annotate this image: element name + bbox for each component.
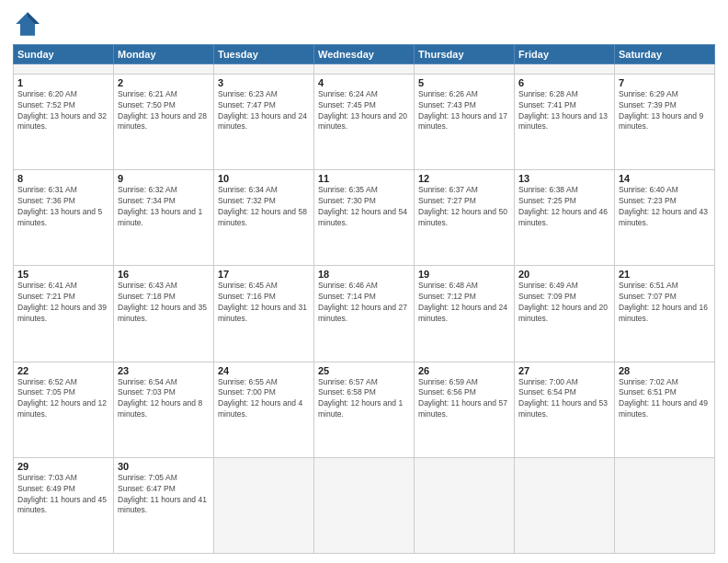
day-number: 6 [518, 77, 610, 88]
calendar-cell: 18Sunrise: 6:46 AMSunset: 7:14 PMDayligh… [314, 266, 415, 362]
day-number: 15 [17, 269, 109, 280]
day-number: 20 [518, 269, 610, 280]
calendar-cell [14, 64, 114, 75]
day-info: Sunrise: 6:54 AMSunset: 7:03 PMDaylight:… [118, 377, 210, 421]
day-info: Sunrise: 6:28 AMSunset: 7:41 PMDaylight:… [518, 89, 610, 133]
day-info: Sunrise: 6:20 AMSunset: 7:52 PMDaylight:… [17, 89, 109, 133]
day-info: Sunrise: 6:34 AMSunset: 7:32 PMDaylight:… [218, 185, 310, 229]
calendar-body: 1Sunrise: 6:20 AMSunset: 7:52 PMDaylight… [14, 64, 715, 554]
calendar-cell: 23Sunrise: 6:54 AMSunset: 7:03 PMDayligh… [114, 362, 214, 457]
day-number: 17 [218, 269, 310, 280]
calendar-week-row: 22Sunrise: 6:52 AMSunset: 7:05 PMDayligh… [14, 362, 715, 457]
weekday-header: Monday [114, 45, 214, 64]
calendar-cell [415, 64, 515, 75]
day-number: 4 [318, 77, 410, 88]
calendar-cell: 10Sunrise: 6:34 AMSunset: 7:32 PMDayligh… [214, 170, 314, 266]
day-info: Sunrise: 7:02 AMSunset: 6:51 PMDaylight:… [619, 377, 711, 421]
logo-icon [13, 9, 42, 39]
calendar-cell: 21Sunrise: 6:51 AMSunset: 7:07 PMDayligh… [615, 266, 715, 362]
logo [13, 9, 46, 39]
day-info: Sunrise: 6:31 AMSunset: 7:36 PMDaylight:… [17, 185, 109, 229]
day-number: 28 [619, 365, 711, 376]
day-info: Sunrise: 6:21 AMSunset: 7:50 PMDaylight:… [118, 89, 210, 133]
calendar-week-row [14, 64, 715, 75]
day-info: Sunrise: 7:05 AMSunset: 6:47 PMDaylight:… [118, 473, 210, 517]
day-info: Sunrise: 6:48 AMSunset: 7:12 PMDaylight:… [418, 281, 510, 325]
day-info: Sunrise: 6:55 AMSunset: 7:00 PMDaylight:… [218, 377, 310, 421]
weekday-header: Saturday [615, 45, 715, 64]
calendar-cell: 2Sunrise: 6:21 AMSunset: 7:50 PMDaylight… [114, 74, 214, 169]
weekday-header: Sunday [14, 45, 114, 64]
day-number: 9 [118, 173, 210, 184]
calendar-header-row: SundayMondayTuesdayWednesdayThursdayFrid… [14, 45, 715, 64]
calendar-cell [615, 457, 715, 553]
day-info: Sunrise: 6:32 AMSunset: 7:34 PMDaylight:… [118, 185, 210, 229]
calendar: SundayMondayTuesdayWednesdayThursdayFrid… [13, 44, 715, 554]
day-info: Sunrise: 6:35 AMSunset: 7:30 PMDaylight:… [318, 185, 410, 229]
day-number: 7 [619, 77, 711, 88]
calendar-cell [214, 64, 314, 75]
calendar-cell: 9Sunrise: 6:32 AMSunset: 7:34 PMDaylight… [114, 170, 214, 266]
page: SundayMondayTuesdayWednesdayThursdayFrid… [0, 0, 728, 563]
calendar-cell: 14Sunrise: 6:40 AMSunset: 7:23 PMDayligh… [615, 170, 715, 266]
header [13, 9, 715, 39]
day-info: Sunrise: 7:00 AMSunset: 6:54 PMDaylight:… [518, 377, 610, 421]
day-number: 8 [17, 173, 109, 184]
day-number: 19 [418, 269, 510, 280]
calendar-week-row: 15Sunrise: 6:41 AMSunset: 7:21 PMDayligh… [14, 266, 715, 362]
calendar-cell: 26Sunrise: 6:59 AMSunset: 6:56 PMDayligh… [415, 362, 515, 457]
calendar-cell [415, 457, 515, 553]
calendar-cell: 22Sunrise: 6:52 AMSunset: 7:05 PMDayligh… [14, 362, 114, 457]
calendar-cell [114, 64, 214, 75]
calendar-cell [314, 457, 415, 553]
day-number: 2 [118, 77, 210, 88]
day-info: Sunrise: 6:59 AMSunset: 6:56 PMDaylight:… [418, 377, 510, 421]
day-info: Sunrise: 6:24 AMSunset: 7:45 PMDaylight:… [318, 89, 410, 133]
calendar-cell: 4Sunrise: 6:24 AMSunset: 7:45 PMDaylight… [314, 74, 415, 169]
calendar-cell: 11Sunrise: 6:35 AMSunset: 7:30 PMDayligh… [314, 170, 415, 266]
day-number: 18 [318, 269, 410, 280]
calendar-cell: 12Sunrise: 6:37 AMSunset: 7:27 PMDayligh… [415, 170, 515, 266]
day-number: 13 [518, 173, 610, 184]
day-number: 12 [418, 173, 510, 184]
day-info: Sunrise: 6:40 AMSunset: 7:23 PMDaylight:… [619, 185, 711, 229]
day-number: 26 [418, 365, 510, 376]
calendar-cell: 5Sunrise: 6:26 AMSunset: 7:43 PMDaylight… [415, 74, 515, 169]
day-info: Sunrise: 6:29 AMSunset: 7:39 PMDaylight:… [619, 89, 711, 133]
day-number: 23 [118, 365, 210, 376]
calendar-cell: 7Sunrise: 6:29 AMSunset: 7:39 PMDaylight… [615, 74, 715, 169]
day-info: Sunrise: 6:49 AMSunset: 7:09 PMDaylight:… [518, 281, 610, 325]
day-info: Sunrise: 6:26 AMSunset: 7:43 PMDaylight:… [418, 89, 510, 133]
day-info: Sunrise: 6:23 AMSunset: 7:47 PMDaylight:… [218, 89, 310, 133]
day-info: Sunrise: 6:57 AMSunset: 6:58 PMDaylight:… [318, 377, 410, 421]
calendar-cell: 29Sunrise: 7:03 AMSunset: 6:49 PMDayligh… [14, 457, 114, 553]
day-number: 11 [318, 173, 410, 184]
day-number: 16 [118, 269, 210, 280]
day-number: 5 [418, 77, 510, 88]
calendar-cell [515, 64, 615, 75]
calendar-cell: 16Sunrise: 6:43 AMSunset: 7:18 PMDayligh… [114, 266, 214, 362]
calendar-cell: 19Sunrise: 6:48 AMSunset: 7:12 PMDayligh… [415, 266, 515, 362]
day-info: Sunrise: 6:45 AMSunset: 7:16 PMDaylight:… [218, 281, 310, 325]
day-info: Sunrise: 6:41 AMSunset: 7:21 PMDaylight:… [17, 281, 109, 325]
day-number: 27 [518, 365, 610, 376]
day-info: Sunrise: 6:43 AMSunset: 7:18 PMDaylight:… [118, 281, 210, 325]
weekday-header: Tuesday [214, 45, 314, 64]
day-number: 10 [218, 173, 310, 184]
day-number: 24 [218, 365, 310, 376]
calendar-cell: 3Sunrise: 6:23 AMSunset: 7:47 PMDaylight… [214, 74, 314, 169]
day-number: 3 [218, 77, 310, 88]
calendar-cell: 13Sunrise: 6:38 AMSunset: 7:25 PMDayligh… [515, 170, 615, 266]
day-number: 30 [118, 461, 210, 472]
calendar-cell: 1Sunrise: 6:20 AMSunset: 7:52 PMDaylight… [14, 74, 114, 169]
calendar-cell: 30Sunrise: 7:05 AMSunset: 6:47 PMDayligh… [114, 457, 214, 553]
calendar-cell: 17Sunrise: 6:45 AMSunset: 7:16 PMDayligh… [214, 266, 314, 362]
day-info: Sunrise: 7:03 AMSunset: 6:49 PMDaylight:… [17, 473, 109, 517]
day-info: Sunrise: 6:37 AMSunset: 7:27 PMDaylight:… [418, 185, 510, 229]
day-number: 14 [619, 173, 711, 184]
day-info: Sunrise: 6:52 AMSunset: 7:05 PMDaylight:… [17, 377, 109, 421]
calendar-cell [314, 64, 415, 75]
calendar-cell: 8Sunrise: 6:31 AMSunset: 7:36 PMDaylight… [14, 170, 114, 266]
calendar-cell: 28Sunrise: 7:02 AMSunset: 6:51 PMDayligh… [615, 362, 715, 457]
calendar-week-row: 1Sunrise: 6:20 AMSunset: 7:52 PMDaylight… [14, 74, 715, 169]
